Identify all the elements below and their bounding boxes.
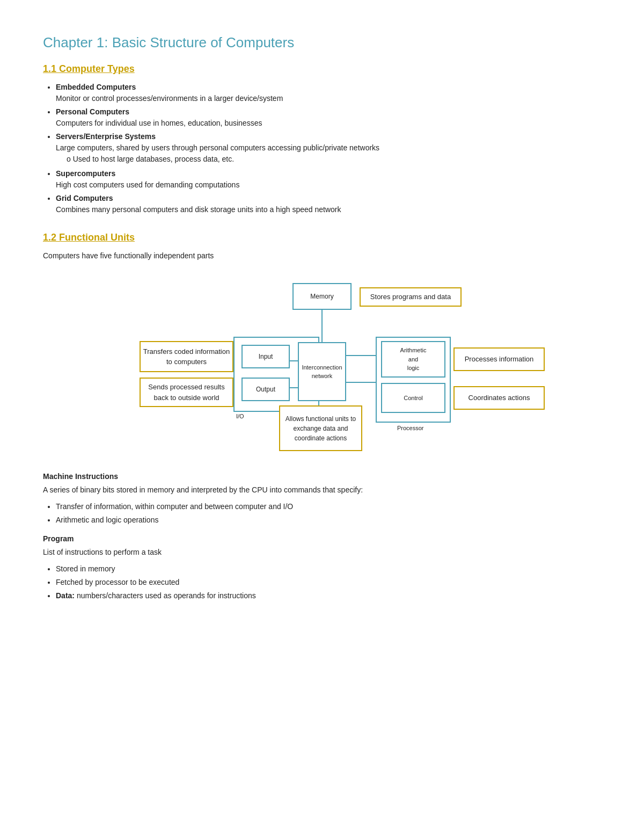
machine-instructions-text: A series of binary bits stored in memory…: [43, 484, 601, 496]
io-label: I/O: [236, 412, 244, 421]
list-item: Fetched by processor to be executed: [56, 577, 601, 588]
input-label-box: Transfers coded information to computers: [140, 341, 233, 372]
functional-units-diagram: Memory Stores programs and data I/O Inpu…: [134, 272, 510, 455]
section2-heading: 1.2 Functional Units: [43, 230, 601, 245]
control-label-box: Coordinates actions: [453, 386, 545, 410]
processor-label: Processor: [397, 424, 424, 433]
section-functional-units: 1.2 Functional Units Computers have five…: [43, 230, 601, 601]
input-box: Input: [241, 345, 290, 368]
computer-types-list: Embedded Computers Monitor or control pr…: [56, 82, 601, 215]
interconnection-label-box: Allows functional units to exchange data…: [279, 405, 362, 451]
item-desc: Combines many personal computers and dis…: [56, 205, 341, 214]
list-item: Supercomputers High cost computers used …: [56, 168, 601, 191]
memory-box: Memory: [292, 283, 352, 310]
output-box: Output: [241, 378, 290, 401]
section1-heading: 1.1 Computer Types: [43, 62, 601, 76]
control-box: Control: [381, 383, 445, 413]
sub-list: Used to host large databases, process da…: [67, 154, 601, 165]
item-title: Supercomputers: [56, 169, 115, 178]
program-text: List of instructions to perform a task: [43, 547, 601, 558]
item-title: Servers/Enterprise Systems: [56, 132, 156, 141]
list-item: Personal Computers Computers for individ…: [56, 106, 601, 129]
interconnection-box: Interconnection network: [298, 342, 346, 401]
machine-instructions-list: Transfer of information, within computer…: [56, 501, 601, 526]
list-item: Grid Computers Combines many personal co…: [56, 193, 601, 215]
section2-intro: Computers have five functionally indepen…: [43, 250, 601, 262]
item-desc: Large computers, shared by users through…: [56, 143, 379, 152]
arithmetic-box: Arithmetic and logic: [381, 341, 445, 378]
item-desc: Monitor or control processes/environment…: [56, 94, 283, 103]
item-title: Embedded Computers: [56, 83, 136, 91]
list-item: Servers/Enterprise Systems Large compute…: [56, 131, 601, 165]
program-list: Stored in memory Fetched by processor to…: [56, 563, 601, 601]
arithmetic-label-box: Processes information: [453, 347, 545, 371]
output-label-box: Sends processed results back to outside …: [140, 378, 233, 407]
item-desc: Computers for individual use in homes, e…: [56, 119, 262, 127]
list-item: Embedded Computers Monitor or control pr…: [56, 82, 601, 104]
section-computer-types: 1.1 Computer Types Embedded Computers Mo…: [43, 62, 601, 215]
item-desc: High cost computers used for demanding c…: [56, 180, 239, 189]
list-item: Stored in memory: [56, 563, 601, 575]
program-heading: Program: [43, 533, 601, 545]
item-title: Grid Computers: [56, 194, 113, 202]
sub-list-item: Used to host large databases, process da…: [67, 154, 601, 165]
item-title: Personal Computers: [56, 107, 129, 116]
machine-instructions-heading: Machine Instructions: [43, 471, 601, 482]
list-item: Transfer of information, within computer…: [56, 501, 601, 512]
page-title: Chapter 1: Basic Structure of Computers: [43, 32, 601, 53]
list-item: Data: numbers/characters used as operand…: [56, 590, 601, 601]
memory-label-box: Stores programs and data: [360, 287, 462, 307]
list-item: Arithmetic and logic operations: [56, 514, 601, 526]
